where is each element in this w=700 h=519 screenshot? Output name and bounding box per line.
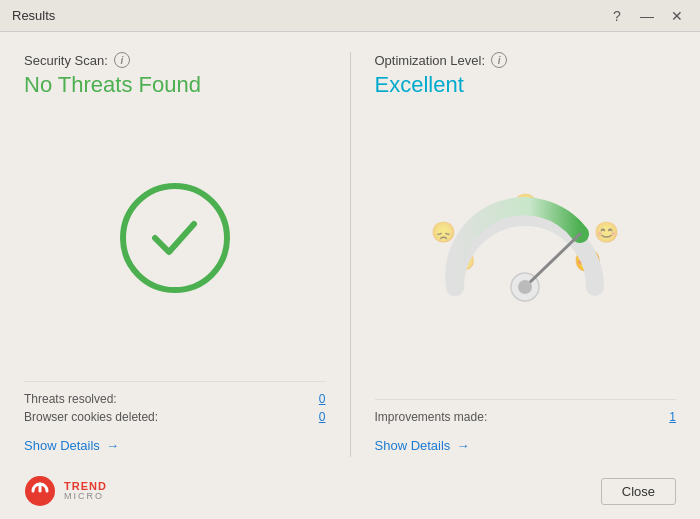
cookies-deleted-label: Browser cookies deleted: — [24, 410, 158, 424]
optimization-show-details-arrow: → — [456, 438, 469, 453]
security-show-details-arrow: → — [106, 438, 119, 453]
title-bar: Results ? — ✕ — [0, 0, 700, 32]
security-stats: Threats resolved: 0 Browser cookies dele… — [24, 381, 326, 428]
gauge-svg — [425, 182, 625, 312]
svg-point-2 — [518, 280, 532, 294]
security-scan-info-icon[interactable]: i — [114, 52, 130, 68]
checkmark-container — [24, 114, 326, 361]
security-show-details-link[interactable]: Show Details → — [24, 438, 326, 453]
security-scan-header: Security Scan: i — [24, 52, 326, 68]
threats-resolved-label: Threats resolved: — [24, 392, 117, 406]
main-content: Security Scan: i No Threats Found Threat… — [0, 32, 700, 467]
panel-divider — [350, 52, 351, 457]
optimization-show-details-row: Show Details → — [375, 428, 677, 457]
security-show-details-row: Show Details → — [24, 428, 326, 457]
improvements-value[interactable]: 1 — [669, 410, 676, 424]
footer: TREND MICRO Close — [0, 467, 700, 519]
close-window-button[interactable]: ✕ — [666, 5, 688, 27]
svg-line-1 — [525, 234, 580, 287]
optimization-panel: Optimization Level: i Excellent 😞 😕 😐 😊 … — [375, 52, 677, 457]
cookies-deleted-value[interactable]: 0 — [319, 410, 326, 424]
window-title: Results — [12, 8, 55, 23]
cookies-deleted-row: Browser cookies deleted: 0 — [24, 410, 326, 424]
check-circle — [120, 183, 230, 293]
gauge-container: 😞 😕 😐 😊 😊 — [375, 114, 677, 379]
minimize-button[interactable]: — — [636, 5, 658, 27]
security-scan-panel: Security Scan: i No Threats Found Threat… — [24, 52, 326, 457]
optimization-label: Optimization Level: — [375, 53, 486, 68]
window-controls: ? — ✕ — [606, 5, 688, 27]
optimization-stats: Improvements made: 1 — [375, 399, 677, 428]
micro-text: MICRO — [64, 492, 107, 502]
optimization-header: Optimization Level: i — [375, 52, 677, 68]
optimization-status: Excellent — [375, 72, 677, 98]
panels-container: Security Scan: i No Threats Found Threat… — [24, 52, 676, 457]
security-scan-status: No Threats Found — [24, 72, 326, 98]
help-button[interactable]: ? — [606, 5, 628, 27]
checkmark-icon — [147, 210, 202, 265]
trend-micro-logo-text: TREND MICRO — [64, 480, 107, 502]
improvements-row: Improvements made: 1 — [375, 410, 677, 424]
optimization-show-details-link[interactable]: Show Details → — [375, 438, 677, 453]
gauge-wrapper: 😞 😕 😐 😊 😊 — [425, 182, 625, 312]
security-scan-label: Security Scan: — [24, 53, 108, 68]
improvements-label: Improvements made: — [375, 410, 488, 424]
trend-micro-logo-icon — [24, 475, 56, 507]
threats-resolved-value[interactable]: 0 — [319, 392, 326, 406]
security-show-details-label: Show Details — [24, 438, 100, 453]
optimization-show-details-label: Show Details — [375, 438, 451, 453]
optimization-info-icon[interactable]: i — [491, 52, 507, 68]
trend-micro-logo: TREND MICRO — [24, 475, 107, 507]
threats-resolved-row: Threats resolved: 0 — [24, 392, 326, 406]
close-button[interactable]: Close — [601, 478, 676, 505]
